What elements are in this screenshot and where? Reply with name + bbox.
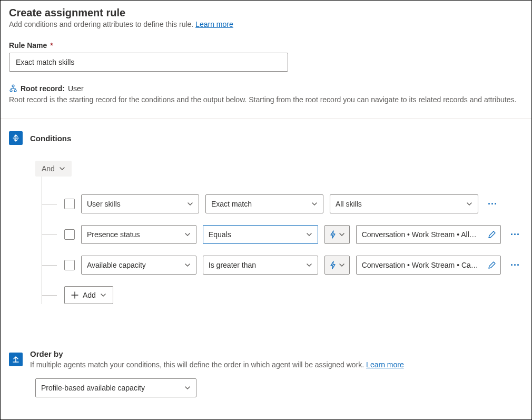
value-dropdown[interactable]: All skills [330,194,478,213]
svg-point-0 [12,85,14,87]
root-record-row: Root record: User [9,84,523,93]
svg-point-1 [10,90,12,92]
operator-value: Exact match [211,200,252,208]
operator-dropdown[interactable]: Exact match [205,194,323,213]
orderby-description: If multiple agents match your conditions… [30,360,404,369]
conditions-tree: User skills Exact match All skills ··· P… [42,177,523,304]
group-operator-dropdown[interactable]: And [35,161,72,177]
add-condition-button[interactable]: Add [64,286,113,304]
orderby-title: Order by [30,349,404,358]
operator-value: Is greater than [209,261,256,269]
page-subtitle: Add conditions and ordering attributes t… [9,20,523,28]
value-lookup[interactable]: Conversation • Work Stream • Ca… [356,256,501,275]
attribute-dropdown[interactable]: Presence status [81,225,196,244]
page-title: Create assignment rule [9,7,523,19]
conditions-header: Conditions [9,131,523,145]
group-operator-label: And [42,164,55,173]
condition-row: User skills Exact match All skills ··· [42,194,523,213]
rule-name-input[interactable] [9,53,288,72]
chevron-down-icon [59,165,65,172]
chevron-down-icon [100,292,106,298]
row-checkbox[interactable] [64,229,75,240]
orderby-learn-more-link[interactable]: Learn more [366,360,404,369]
attribute-dropdown[interactable]: Available capacity [81,256,196,275]
row-more-button[interactable]: ··· [507,225,523,244]
row-more-button[interactable]: ··· [507,256,523,275]
operator-dropdown[interactable]: Equals [203,225,318,244]
attribute-dropdown[interactable]: User skills [81,194,199,213]
chevron-down-icon [311,201,318,207]
subtitle-text: Add conditions and ordering attributes t… [9,20,195,28]
orderby-desc-text: If multiple agents match your conditions… [30,360,366,369]
root-record-label: Root record: [21,84,65,93]
root-record-description: Root record is the starting record for t… [9,95,523,104]
dynamic-value-button[interactable] [324,225,350,244]
dynamic-value-button[interactable] [324,256,350,275]
rule-name-label: Rule Name * [9,41,523,50]
edit-icon[interactable] [488,230,496,239]
lightning-icon [329,230,337,239]
hierarchy-icon [9,84,17,93]
condition-row: Available capacity Is greater than Conve… [42,256,523,275]
operator-value: Equals [209,230,231,239]
row-more-button[interactable]: ··· [485,194,500,213]
row-checkbox[interactable] [64,260,75,270]
rule-name-label-text: Rule Name [9,41,47,50]
chevron-down-icon [306,262,312,268]
chevron-down-icon [184,231,191,238]
lightning-icon [329,261,337,269]
value-lookup[interactable]: Conversation • Work Stream • All… [356,225,501,244]
required-marker: * [50,41,53,50]
edit-icon[interactable] [488,261,496,269]
chevron-down-icon [466,201,472,207]
orderby-icon [9,353,23,366]
conditions-title: Conditions [30,134,71,143]
svg-point-2 [14,90,16,92]
chevron-down-icon [339,231,345,238]
root-record-value: User [68,84,84,93]
chevron-down-icon [306,231,312,238]
value-text: Conversation • Work Stream • All… [362,230,485,239]
orderby-dropdown[interactable]: Profile-based available capacity [35,378,196,397]
orderby-value: Profile-based available capacity [41,384,145,392]
attribute-value: User skills [87,200,121,208]
attribute-value: Available capacity [87,261,146,269]
chevron-down-icon [184,385,191,391]
learn-more-link[interactable]: Learn more [195,20,233,28]
add-row: Add [42,286,523,304]
operator-dropdown[interactable]: Is greater than [203,256,318,275]
value-text: All skills [336,200,362,208]
row-checkbox[interactable] [64,199,75,209]
chevron-down-icon [184,262,191,268]
plus-icon [71,291,78,299]
condition-row: Presence status Equals Conversation • Wo… [42,225,523,244]
section-divider [1,118,531,119]
chevron-down-icon [339,262,345,268]
add-label: Add [83,291,96,299]
chevron-down-icon [187,201,193,207]
value-text: Conversation • Work Stream • Ca… [362,261,485,269]
attribute-value: Presence status [87,230,140,239]
orderby-header: Order by If multiple agents match your c… [9,349,523,369]
conditions-icon [9,131,23,145]
